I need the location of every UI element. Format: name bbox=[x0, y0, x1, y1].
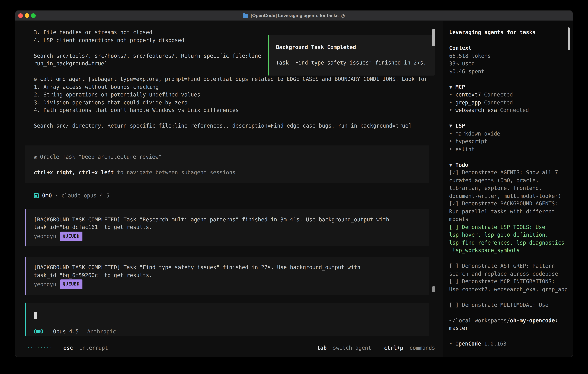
context-heading: Context bbox=[449, 44, 569, 52]
bullet-icon: • bbox=[449, 99, 452, 105]
input-model-row: OmO Opus 4.5 Anthropic bbox=[34, 327, 429, 335]
chat-pane: 3. File handles or streams not closed 4.… bbox=[15, 21, 443, 357]
close-button[interactable] bbox=[18, 13, 23, 18]
todo-section: ▼Todo [✓] Demonstrate AGENTS: Show all 7… bbox=[449, 161, 569, 309]
lsp-item: •markdown-oxide bbox=[449, 130, 569, 137]
mcp-heading-label: MCP bbox=[455, 84, 465, 90]
input-model-label: Opus 4.5 bbox=[53, 328, 79, 334]
status-bar: ········ esc interrupt tab switch agent … bbox=[27, 344, 435, 352]
message-author: yeongyu bbox=[34, 232, 56, 240]
main-scrollbar-thumb[interactable] bbox=[432, 29, 435, 46]
ctrlp-key-label: commands bbox=[410, 345, 435, 351]
mcp-item-status: Connected bbox=[500, 107, 529, 113]
message-author: yeongyu bbox=[34, 280, 56, 288]
mcp-item-name: websearch_exa bbox=[455, 107, 497, 113]
agent-model: · claude-opus-4-5 bbox=[52, 192, 109, 200]
status-badge: QUEUED bbox=[60, 280, 82, 289]
ctrlp-key-hint: ctrl+p bbox=[384, 345, 403, 351]
collapse-caret-icon: ▼ bbox=[449, 84, 452, 90]
tab-key-label: switch agent bbox=[333, 345, 371, 351]
context-spent: $0.46 spent bbox=[449, 67, 569, 75]
lsp-item-name: eslint bbox=[455, 146, 474, 152]
bullet-icon: • bbox=[449, 138, 452, 144]
mcp-item: •context7Connected bbox=[449, 91, 569, 98]
lsp-section: ▼LSP •markdown-oxide •typescript •eslint bbox=[449, 122, 569, 153]
window-title: [OpenCode] Leveraging agents for tasks ◔ bbox=[243, 13, 345, 18]
mcp-item-status: Connected bbox=[484, 92, 513, 98]
toast-body: Task "Find type safety issues" finished … bbox=[276, 59, 428, 67]
lsp-item-name: typescript bbox=[455, 138, 487, 144]
message-text: [BACKGROUND TASK COMPLETED] Task "Resear… bbox=[34, 216, 421, 231]
workspace-path: ~/local-workspaces/oh-my-opencode: bbox=[449, 316, 569, 324]
todo-heading-label: Todo bbox=[455, 162, 468, 168]
input-agent-label: OmO bbox=[34, 328, 43, 334]
message-meta: yeongyu QUEUED bbox=[34, 280, 421, 289]
app-version: 1.0.163 bbox=[484, 341, 506, 347]
mcp-item: •websearch_exaConnected bbox=[449, 106, 569, 114]
mcp-heading: ▼MCP bbox=[449, 83, 569, 91]
lsp-item: •eslint bbox=[449, 145, 569, 153]
oracle-task-title: Oracle Task "Deep architecture review" bbox=[40, 154, 162, 160]
todo-heading: ▼Todo bbox=[449, 161, 569, 169]
tool-call-args: [subagent_type=explore, prompt=Find pote… bbox=[34, 76, 428, 129]
text-cursor bbox=[34, 312, 37, 319]
workspace-repo: oh-my-opencode: bbox=[510, 317, 558, 323]
mcp-item: •grep_appConnected bbox=[449, 98, 569, 106]
esc-key-hint: esc bbox=[63, 345, 73, 351]
spinner-dots: ········ bbox=[27, 345, 52, 351]
workspace-branch: master bbox=[449, 324, 569, 332]
session-title: Leveraging agents for tasks bbox=[449, 29, 569, 36]
gear-icon: ⚙ bbox=[34, 76, 37, 82]
message-card: [BACKGROUND TASK COMPLETED] Task "Find t… bbox=[25, 257, 429, 294]
mcp-item-name: grep_app bbox=[455, 99, 481, 105]
esc-key-label: interrupt bbox=[79, 345, 108, 351]
mcp-section: ▼MCP •context7Connected •grep_appConnect… bbox=[449, 83, 569, 114]
titlebar: [OpenCode] Leveraging agents for tasks ◔ bbox=[15, 11, 573, 21]
mcp-item-status: Connected bbox=[484, 99, 513, 105]
message-text: [BACKGROUND TASK COMPLETED] Task "Find t… bbox=[34, 263, 421, 279]
toast-title: Background Task Completed bbox=[276, 43, 428, 51]
hint-text: to navigate between subagent sessions bbox=[114, 169, 236, 176]
bullet-icon: • bbox=[449, 146, 452, 152]
input-provider-label: Anthropic bbox=[87, 328, 116, 334]
tool-call-block: ⚙call_omo_agent [subagent_type=explore, … bbox=[34, 75, 429, 130]
window-controls bbox=[18, 13, 36, 18]
prompt-input[interactable]: OmO Opus 4.5 Anthropic bbox=[25, 302, 429, 336]
bullet-icon: • bbox=[449, 107, 452, 113]
app-name: Open bbox=[455, 341, 468, 347]
tool-call-name: call_omo_agent bbox=[40, 76, 85, 82]
todo-item: [✓] Demonstrate AGENTS: Show all 7 curat… bbox=[449, 169, 569, 200]
screen: [OpenCode] Leveraging agents for tasks ◔… bbox=[0, 0, 588, 374]
context-section: Context 66,518 tokens 33% used $0.46 spe… bbox=[449, 44, 569, 75]
main-scrollbar-thumb-bottom[interactable] bbox=[432, 286, 435, 292]
zoom-button[interactable] bbox=[31, 13, 36, 18]
app-name-bold: Code bbox=[468, 341, 481, 347]
subagent-navigation-hint: ctrl+x right, ctrl+x left to navigate be… bbox=[34, 169, 421, 177]
agent-name: OmO bbox=[42, 192, 52, 200]
tab-key-hint: tab bbox=[317, 345, 326, 351]
minimize-button[interactable] bbox=[25, 13, 29, 18]
lsp-heading-label: LSP bbox=[455, 123, 465, 129]
todo-item: [ ] Demonstrate LSP TOOLS: Use lsp_hover… bbox=[449, 223, 569, 254]
sidebar-scrollbar-thumb[interactable] bbox=[568, 27, 570, 50]
busy-indicator-icon: ◔ bbox=[341, 13, 345, 18]
opencode-version-row: •OpenCode1.0.163 bbox=[449, 340, 569, 348]
folder-icon bbox=[243, 14, 248, 18]
todo-item: [ ] Demonstrate MULTIMODAL: Use bbox=[449, 301, 569, 309]
terminal-window: [OpenCode] Leveraging agents for tasks ◔… bbox=[15, 10, 573, 357]
collapse-caret-icon: ▼ bbox=[449, 123, 452, 129]
lsp-item-name: markdown-oxide bbox=[455, 130, 500, 136]
session-sidebar: Leveraging agents for tasks Context 66,5… bbox=[443, 21, 573, 357]
bullet-icon: • bbox=[449, 130, 452, 136]
context-tokens: 66,518 tokens bbox=[449, 52, 569, 60]
window-title-text: [OpenCode] Leveraging agents for tasks bbox=[251, 13, 338, 18]
agent-icon bbox=[34, 193, 39, 198]
todo-item: [ ] Demonstrate MCP INTEGRATIONS: Use co… bbox=[449, 278, 569, 293]
status-left: ········ esc interrupt bbox=[27, 344, 108, 352]
collapse-caret-icon: ▼ bbox=[449, 162, 452, 168]
status-badge: QUEUED bbox=[60, 231, 82, 241]
workspace-path-prefix: ~/local-workspaces/ bbox=[449, 317, 510, 323]
message-meta: yeongyu QUEUED bbox=[34, 231, 421, 241]
bullet-icon: • bbox=[449, 341, 452, 347]
lsp-item: •typescript bbox=[449, 137, 569, 145]
